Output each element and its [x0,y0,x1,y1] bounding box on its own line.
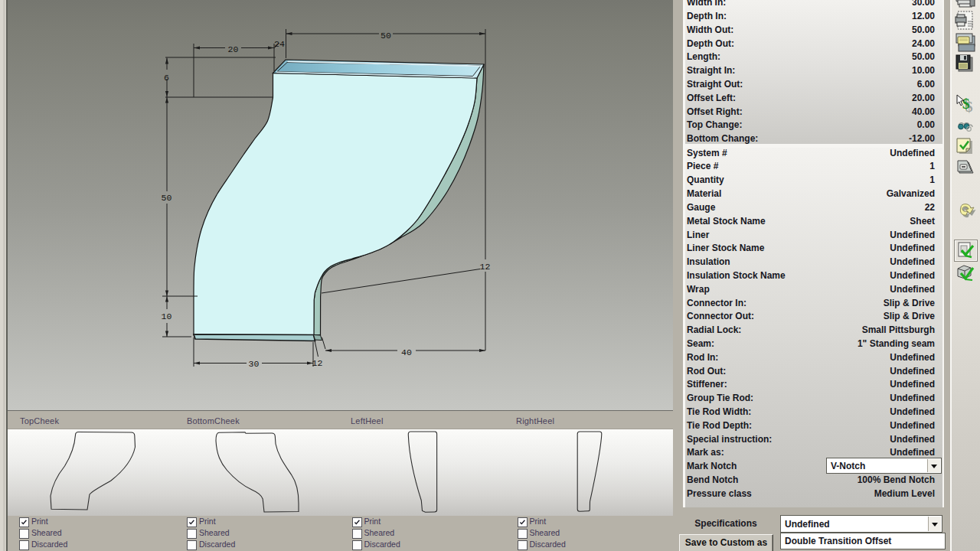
svg-text:20: 20 [228,44,239,54]
svg-text:50: 50 [381,31,391,41]
svg-text:6: 6 [164,73,169,83]
svg-text:$: $ [962,96,970,112]
svg-text:12: 12 [312,358,323,368]
svg-text:12: 12 [480,262,491,272]
svg-text:40: 40 [401,347,412,357]
svg-text:50: 50 [162,193,172,203]
svg-text:30: 30 [249,359,260,369]
svg-text:24: 24 [274,39,285,49]
svg-text:10: 10 [162,311,172,321]
